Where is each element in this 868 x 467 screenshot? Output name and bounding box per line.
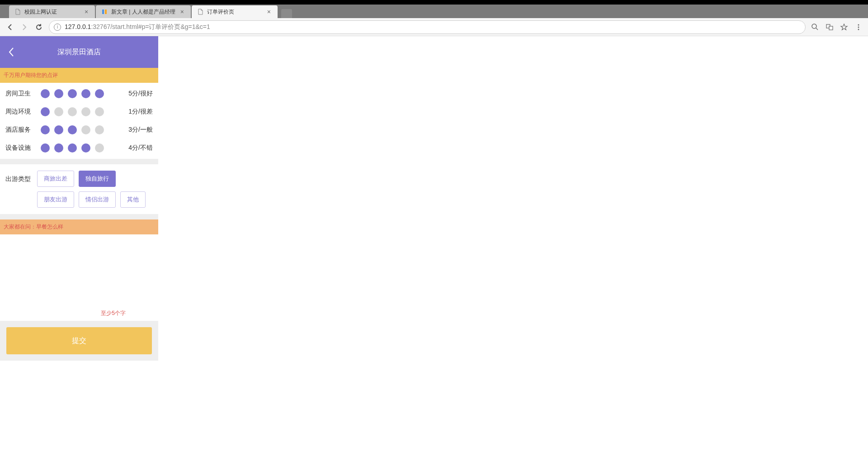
- rating-dot[interactable]: [95, 125, 104, 134]
- tab-title: 订单评价页: [207, 8, 262, 16]
- page-icon: [197, 9, 203, 15]
- question-prompt-banner: 大家都在问：早餐怎么样: [0, 219, 158, 234]
- rating-dot[interactable]: [95, 107, 104, 116]
- rating-dot[interactable]: [41, 143, 50, 152]
- close-icon[interactable]: ×: [266, 9, 272, 15]
- rating-row-room-hygiene: 房间卫生 5分/很好: [0, 85, 158, 103]
- browser-tab-bar: 校园上网认证 × 新文章 | 人人都是产品经理 × 订单评价页 ×: [0, 5, 868, 18]
- rating-dot[interactable]: [81, 143, 90, 152]
- rating-dot[interactable]: [95, 89, 104, 98]
- rating-dot[interactable]: [81, 107, 90, 116]
- rating-dot[interactable]: [68, 107, 77, 116]
- zoom-icon[interactable]: [811, 23, 819, 31]
- svg-point-5: [858, 24, 859, 25]
- svg-point-7: [858, 29, 859, 30]
- tab-title: 新文章 | 人人都是产品经理: [111, 8, 175, 16]
- woshipm-icon: [101, 9, 108, 15]
- submit-section: 提交: [0, 321, 158, 361]
- travel-tag-couple[interactable]: 情侣出游: [79, 191, 116, 208]
- rating-dot[interactable]: [41, 125, 50, 134]
- browser-tab-0[interactable]: 校园上网认证 ×: [9, 5, 95, 18]
- ratings-section: 房间卫生 5分/很好 周边环境: [0, 83, 158, 159]
- rating-dots: [37, 89, 125, 98]
- rating-row-surroundings: 周边环境 1分/很差: [0, 103, 158, 121]
- submit-button[interactable]: 提交: [6, 327, 152, 354]
- menu-dots-icon[interactable]: [854, 23, 863, 31]
- browser-tab-2[interactable]: 订单评价页 ×: [192, 5, 278, 18]
- back-button[interactable]: [5, 23, 14, 32]
- svg-rect-0: [102, 10, 104, 14]
- rating-dot[interactable]: [68, 125, 77, 134]
- mobile-mockup: 深圳景田酒店 千万用户期待您的点评 房间卫生 5分/很好 周边环境: [0, 36, 158, 361]
- travel-tag-other[interactable]: 其他: [120, 191, 146, 208]
- new-tab-button[interactable]: [281, 9, 292, 18]
- svg-point-2: [812, 24, 816, 29]
- rating-score-text: 5分/很好: [125, 90, 153, 98]
- browser-toolbar: i 127.0.0.1:32767/start.html#p=订单评价页&g=1…: [0, 18, 868, 36]
- translate-icon[interactable]: [826, 23, 834, 31]
- rating-dots: [37, 125, 125, 134]
- rating-score-text: 1分/很差: [125, 108, 153, 116]
- svg-point-6: [858, 26, 859, 28]
- rating-row-hotel-service: 酒店服务 3分/一般: [0, 121, 158, 139]
- bookmark-star-icon[interactable]: [840, 23, 848, 31]
- rating-dot[interactable]: [68, 89, 77, 98]
- rating-dots: [37, 143, 125, 152]
- svg-rect-4: [829, 26, 833, 30]
- rating-dot[interactable]: [68, 143, 77, 152]
- rating-dot[interactable]: [54, 89, 63, 98]
- tab-title: 校园上网认证: [24, 8, 80, 16]
- review-text-section: 至少5个字: [0, 234, 158, 321]
- site-info-icon[interactable]: i: [54, 24, 61, 31]
- rating-score-text: 4分/不错: [125, 144, 153, 152]
- browser-black-bar: [0, 0, 868, 5]
- page-content: 深圳景田酒店 千万用户期待您的点评 房间卫生 5分/很好 周边环境: [0, 36, 868, 361]
- url-text: 127.0.0.1:32767/start.html#p=订单评价页&g=1&c…: [65, 23, 210, 31]
- rating-label: 设备设施: [5, 144, 37, 152]
- rating-label: 酒店服务: [5, 126, 37, 134]
- rating-dots: [37, 107, 125, 116]
- travel-type-section: 出游类型 商旅出差 独自旅行 朋友出游 情侣出游 其他: [0, 164, 158, 214]
- rating-row-facilities: 设备设施 4分/不错: [0, 139, 158, 157]
- rating-dot[interactable]: [54, 143, 63, 152]
- travel-tag-solo[interactable]: 独自旅行: [79, 171, 116, 187]
- rating-label: 房间卫生: [5, 90, 37, 98]
- page-icon: [14, 9, 21, 15]
- travel-tag-friends[interactable]: 朋友出游: [37, 191, 74, 208]
- review-textarea[interactable]: [5, 238, 153, 306]
- toolbar-right: [811, 23, 863, 31]
- forward-button[interactable]: [20, 23, 29, 32]
- rating-dot[interactable]: [81, 89, 90, 98]
- travel-type-label: 出游类型: [5, 171, 37, 183]
- travel-type-tags: 商旅出差 独自旅行 朋友出游 情侣出游 其他: [37, 171, 153, 208]
- rating-score-text: 3分/一般: [125, 126, 153, 134]
- travel-tag-business[interactable]: 商旅出差: [37, 171, 74, 187]
- review-prompt-banner: 千万用户期待您的点评: [0, 68, 158, 83]
- close-icon[interactable]: ×: [179, 9, 185, 15]
- rating-dot[interactable]: [54, 125, 63, 134]
- app-header: 深圳景田酒店: [0, 36, 158, 68]
- close-icon[interactable]: ×: [83, 9, 90, 15]
- rating-dot[interactable]: [81, 125, 90, 134]
- rating-dot[interactable]: [95, 143, 104, 152]
- rating-label: 周边环境: [5, 108, 37, 116]
- browser-tab-1[interactable]: 新文章 | 人人都是产品经理 ×: [96, 5, 191, 18]
- rating-dot[interactable]: [41, 107, 50, 116]
- min-chars-hint: 至少5个字: [5, 308, 153, 319]
- svg-rect-1: [105, 10, 107, 14]
- rating-dot[interactable]: [41, 89, 50, 98]
- address-bar[interactable]: i 127.0.0.1:32767/start.html#p=订单评价页&g=1…: [49, 20, 806, 34]
- page-title: 深圳景田酒店: [23, 48, 136, 57]
- back-chevron-icon[interactable]: [0, 36, 23, 68]
- reload-button[interactable]: [34, 23, 43, 32]
- rating-dot[interactable]: [54, 107, 63, 116]
